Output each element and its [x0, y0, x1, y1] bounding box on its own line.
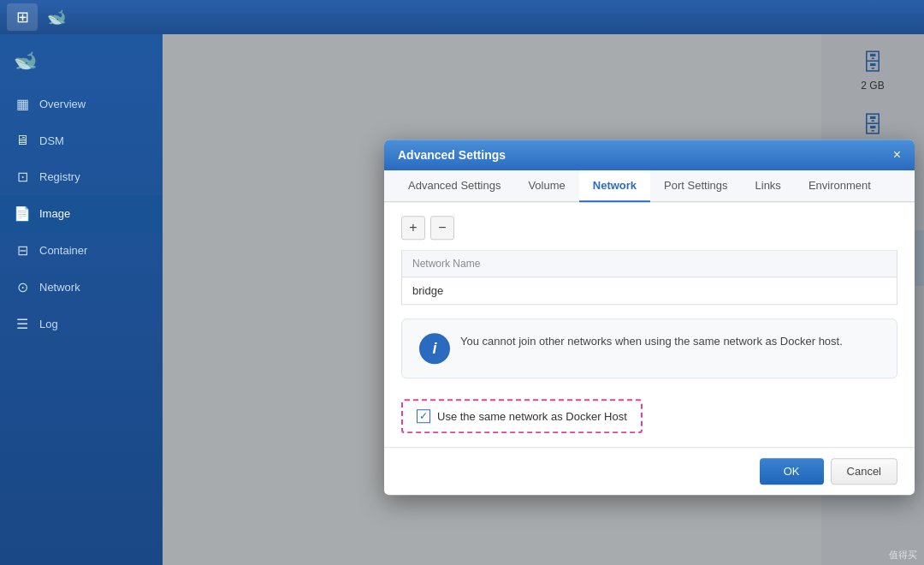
checkmark-icon: ✓: [419, 411, 428, 421]
watermark: 值得买: [889, 549, 917, 562]
taskbar-grid-app[interactable]: ⊞: [7, 3, 38, 31]
tab-network[interactable]: Network: [579, 170, 650, 202]
taskbar-docker-app[interactable]: 🐋: [41, 3, 72, 31]
tab-advanced-settings[interactable]: Advanced Settings: [394, 170, 514, 202]
modal-footer: OK Cancel: [384, 447, 915, 495]
network-table-row[interactable]: bridge: [402, 277, 897, 304]
sidebar-item-label-dsm: DSM: [39, 134, 64, 147]
sidebar-item-label-network: Network: [39, 281, 80, 294]
sidebar-logo: 🐋: [0, 43, 163, 86]
registry-icon: ⊡: [14, 169, 31, 185]
modal-title: Advanced Settings: [398, 148, 506, 162]
grid-icon: ⊞: [16, 8, 29, 27]
docker-icon: 🐋: [47, 8, 66, 27]
remove-network-button[interactable]: −: [430, 216, 454, 240]
info-icon: i: [419, 333, 450, 364]
modal-close-button[interactable]: ×: [893, 148, 901, 162]
tab-port-settings[interactable]: Port Settings: [650, 170, 741, 202]
sidebar: 🐋 ▦ Overview 🖥 DSM ⊡ Registry 📄 Image ⊟ …: [0, 34, 163, 565]
network-table-header: Network Name: [402, 251, 897, 277]
checkbox-label: Use the same network as Docker Host: [437, 410, 627, 423]
docker-host-network-checkbox-area[interactable]: ✓ Use the same network as Docker Host: [401, 399, 643, 433]
sidebar-item-image[interactable]: 📄 Image: [0, 195, 163, 232]
docker-host-network-checkbox[interactable]: ✓: [417, 409, 430, 423]
network-toolbar: + −: [401, 216, 897, 240]
tab-bar: Advanced Settings Volume Network Port Se…: [384, 170, 915, 202]
add-network-button[interactable]: +: [401, 216, 425, 240]
sidebar-item-dsm[interactable]: 🖥 DSM: [0, 122, 163, 158]
main-area: 🐋 ▦ Overview 🖥 DSM ⊡ Registry 📄 Image ⊟ …: [0, 34, 924, 565]
content-area: 🗄 2 GB 🗄 975 MB 🗄 1 GB 🗄 401 MB 🗄 183 MB…: [163, 34, 924, 565]
sidebar-item-label-log: Log: [39, 318, 58, 330]
modal-header: Advanced Settings ×: [384, 140, 915, 170]
dsm-icon: 🖥: [14, 133, 31, 148]
overview-icon: ▦: [14, 96, 31, 112]
tab-volume[interactable]: Volume: [514, 170, 578, 202]
advanced-settings-modal: Advanced Settings × Advanced Settings Vo…: [384, 140, 915, 495]
taskbar: ⊞ 🐋: [0, 0, 924, 34]
sidebar-item-label-overview: Overview: [39, 98, 86, 110]
info-text: You cannot join other networks when usin…: [460, 333, 843, 350]
sidebar-item-registry[interactable]: ⊡ Registry: [0, 158, 163, 195]
sidebar-item-overview[interactable]: ▦ Overview: [0, 86, 163, 122]
modal-body: + − Network Name bridge i You cannot joi…: [384, 202, 915, 447]
sidebar-docker-logo: 🐋: [14, 50, 37, 72]
tab-environment[interactable]: Environment: [795, 170, 885, 202]
ok-button[interactable]: OK: [760, 458, 824, 485]
cancel-button[interactable]: Cancel: [831, 458, 897, 485]
sidebar-item-label-registry: Registry: [39, 170, 80, 183]
tab-links[interactable]: Links: [742, 170, 795, 202]
info-box: i You cannot join other networks when us…: [401, 318, 897, 378]
container-icon: ⊟: [14, 242, 31, 259]
log-icon: ☰: [14, 316, 31, 332]
sidebar-item-network[interactable]: ⊙ Network: [0, 269, 163, 306]
network-table: Network Name bridge: [401, 250, 897, 305]
sidebar-item-container[interactable]: ⊟ Container: [0, 232, 163, 269]
sidebar-item-label-image: Image: [39, 207, 70, 220]
network-icon: ⊙: [14, 279, 31, 295]
image-icon: 📄: [14, 205, 31, 222]
sidebar-item-log[interactable]: ☰ Log: [0, 306, 163, 342]
sidebar-item-label-container: Container: [39, 244, 87, 257]
